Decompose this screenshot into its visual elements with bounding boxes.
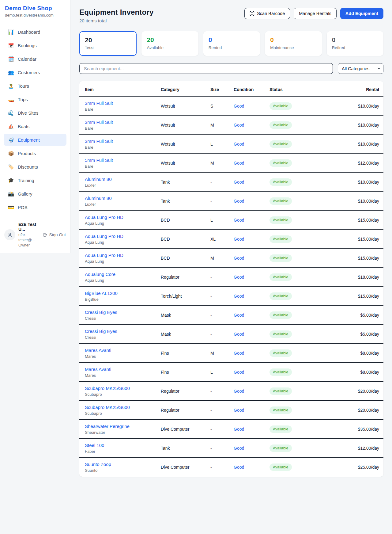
condition-link[interactable]: Good: [234, 465, 244, 470]
sidebar-item-label: Gallery: [18, 191, 32, 196]
condition-link[interactable]: Good: [234, 123, 244, 128]
category-cell: BCD: [161, 218, 210, 223]
table-row: Aluminum 80 Luxfer Tank - Good Available…: [79, 173, 383, 192]
sidebar-item-training[interactable]: 🎓 Training: [4, 174, 66, 186]
stat-card-maintenance[interactable]: 0 Maintenance: [265, 31, 322, 56]
item-name-link[interactable]: Suunto Zoop: [85, 462, 111, 467]
sidebar-item-boats[interactable]: ⛵ Boats: [4, 120, 66, 132]
sidebar-item-bookings[interactable]: 📅 Bookings: [4, 39, 66, 51]
item-name-link[interactable]: Aqualung Core: [85, 272, 115, 277]
item-name-link[interactable]: BigBlue AL1200: [85, 291, 118, 296]
stat-card-total[interactable]: 20 Total: [79, 31, 137, 56]
scan-barcode-button[interactable]: Scan Barcode: [244, 8, 290, 19]
condition-link[interactable]: Good: [234, 237, 244, 242]
item-brand: Bare: [85, 107, 161, 112]
condition-link[interactable]: Good: [234, 218, 244, 223]
sidebar-item-equipment[interactable]: 🤿 Equipment: [4, 134, 66, 146]
search-input[interactable]: [79, 63, 333, 74]
sidebar-item-tours[interactable]: 🏝️ Tours: [4, 80, 66, 92]
category-cell: BCD: [161, 237, 210, 242]
condition-link[interactable]: Good: [234, 104, 244, 109]
sidebar-item-label: Trips: [18, 97, 28, 102]
status-badge: Available: [270, 368, 292, 376]
sidebar-item-dashboard[interactable]: 📊 Dashboard: [4, 26, 66, 38]
status-cell: Available: [270, 121, 345, 129]
items-total-count: 20 items total: [79, 18, 154, 23]
manage-rentals-button[interactable]: Manage Rentals: [294, 8, 337, 19]
item-name-link[interactable]: Aluminum 80: [85, 196, 112, 201]
condition-link[interactable]: Good: [234, 332, 244, 337]
category-select[interactable]: All Categories: [338, 63, 383, 74]
table-row: Mares Avanti Mares Fins M Good Available…: [79, 344, 383, 363]
status-cell: Available: [270, 387, 345, 395]
item-name-link[interactable]: Aqua Lung Pro HD: [85, 215, 123, 220]
column-header-size: Size: [210, 87, 234, 92]
item-name-link[interactable]: Aqua Lung Pro HD: [85, 253, 123, 258]
condition-link[interactable]: Good: [234, 446, 244, 451]
condition-cell: Good: [234, 350, 270, 356]
condition-link[interactable]: Good: [234, 256, 244, 261]
condition-cell: Good: [234, 122, 270, 128]
sidebar-item-gallery[interactable]: 📸 Gallery: [4, 188, 66, 200]
table-row: Aqua Lung Pro HD Aqua Lung BCD M Good Av…: [79, 249, 383, 268]
sidebar-item-label: Products: [18, 151, 36, 156]
sign-out-button[interactable]: Sign Out: [43, 232, 66, 237]
item-name-link[interactable]: Mares Avanti: [85, 367, 111, 372]
item-name-link[interactable]: Shearwater Peregrine: [85, 424, 130, 429]
status-cell: Available: [270, 102, 345, 110]
item-name-link[interactable]: 3mm Full Suit: [85, 101, 113, 106]
add-equipment-button[interactable]: Add Equipment: [340, 8, 383, 19]
sidebar-item-calendar[interactable]: 🗓️ Calendar: [4, 53, 66, 65]
item-brand: BigBlue: [85, 297, 161, 302]
item-name-link[interactable]: Scubapro MK25/S600: [85, 386, 130, 391]
sidebar-item-discounts[interactable]: 🏷️ Discounts: [4, 161, 66, 173]
item-name-link[interactable]: Steel 100: [85, 443, 104, 448]
item-name-link[interactable]: Cressi Big Eyes: [85, 329, 117, 334]
item-brand: Aqua Lung: [85, 259, 161, 264]
condition-link[interactable]: Good: [234, 313, 244, 318]
stat-card-available[interactable]: 20 Available: [141, 31, 198, 56]
stat-card-rented[interactable]: 0 Rented: [203, 31, 260, 56]
condition-link[interactable]: Good: [234, 408, 244, 413]
status-cell: Available: [270, 330, 345, 338]
status-badge: Available: [270, 178, 292, 186]
table-row: Scubapro MK25/S600 Scubapro Regulator - …: [79, 401, 383, 420]
stat-card-retired[interactable]: 0 Retired: [327, 31, 383, 56]
item-name-link[interactable]: Aqua Lung Pro HD: [85, 234, 123, 239]
sidebar-item-dive-sites[interactable]: 🌊 Dive Sites: [4, 107, 66, 119]
item-name-link[interactable]: 3mm Full Suit: [85, 139, 113, 144]
dive-sites-wave-icon: 🌊: [8, 110, 14, 116]
condition-link[interactable]: Good: [234, 427, 244, 432]
item-name-link[interactable]: 5mm Full Suit: [85, 158, 113, 163]
column-header-condition: Condition: [234, 87, 270, 92]
sidebar-item-customers[interactable]: 👥 Customers: [4, 66, 66, 78]
item-name-link[interactable]: Mares Avanti: [85, 348, 111, 353]
condition-link[interactable]: Good: [234, 370, 244, 375]
rental-cell: $5.00/day: [345, 332, 379, 337]
sidebar-item-trips[interactable]: 🚤 Trips: [4, 93, 66, 105]
condition-link[interactable]: Good: [234, 161, 244, 166]
condition-link[interactable]: Good: [234, 351, 244, 356]
sidebar-item-label: Bookings: [18, 43, 37, 48]
condition-link[interactable]: Good: [234, 389, 244, 394]
rental-cell: $15.00/day: [345, 256, 379, 261]
condition-link[interactable]: Good: [234, 275, 244, 280]
item-name-link[interactable]: Scubapro MK25/S600: [85, 405, 130, 410]
item-name-link[interactable]: Cressi Big Eyes: [85, 310, 117, 315]
condition-cell: Good: [234, 388, 270, 394]
sidebar-item-products[interactable]: 📦 Products: [4, 147, 66, 159]
category-cell: Mask: [161, 313, 210, 318]
condition-link[interactable]: Good: [234, 294, 244, 299]
condition-link[interactable]: Good: [234, 142, 244, 147]
condition-link[interactable]: Good: [234, 180, 244, 185]
status-cell: Available: [270, 368, 345, 376]
sidebar-item-pos[interactable]: 💳 POS: [4, 201, 66, 213]
stat-value: 0: [209, 36, 255, 44]
rental-cell: $10.00/day: [345, 104, 379, 109]
item-name-link[interactable]: 3mm Full Suit: [85, 120, 113, 125]
condition-link[interactable]: Good: [234, 199, 244, 204]
item-name-link[interactable]: Aluminum 80: [85, 177, 112, 182]
shop-domain: demo.test.divestreams.com: [5, 13, 65, 17]
shop-name[interactable]: Demo Dive Shop: [5, 5, 65, 12]
logout-icon: [43, 232, 47, 237]
